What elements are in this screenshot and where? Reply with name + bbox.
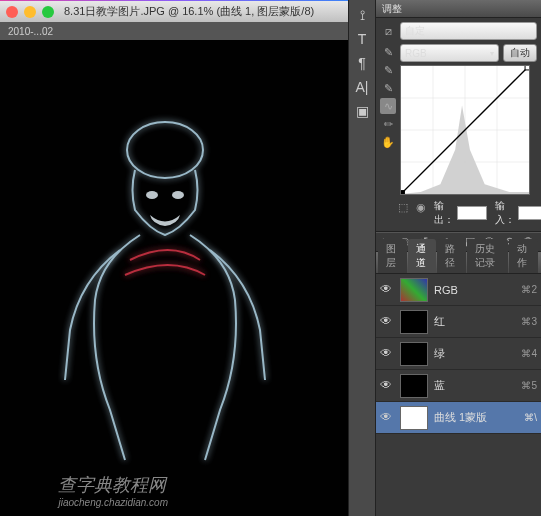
eyedropper-icon[interactable]: ✎ (380, 44, 396, 60)
visibility-eye-icon[interactable]: 👁 (380, 282, 396, 298)
channel-name: RGB (434, 284, 517, 296)
visibility-eye-icon[interactable]: 👁 (380, 378, 396, 394)
channel-row[interactable]: 👁 RGB ⌘2 (376, 274, 541, 306)
output-label: 输出： (434, 199, 454, 227)
watermark: 查字典教程网 jiaocheng.chazidian.com (58, 473, 168, 508)
eyedropper-minus-icon[interactable]: ✎ (380, 80, 396, 96)
photo-content: 查字典教程网 jiaocheng.chazidian.com (0, 40, 348, 516)
measure-icon[interactable]: ⟟ (351, 4, 373, 26)
svg-rect-10 (401, 190, 405, 194)
channel-thumbnail (400, 278, 428, 302)
channel-shortcut: ⌘\ (524, 412, 537, 423)
svg-point-2 (172, 191, 184, 199)
channel-row[interactable]: 👁 红 ⌘3 (376, 306, 541, 338)
channel-name: 绿 (434, 346, 517, 361)
channel-thumbnail (400, 374, 428, 398)
curves-icon: ⧄ (380, 23, 396, 39)
channel-name: 蓝 (434, 378, 517, 393)
channel-name: 红 (434, 314, 517, 329)
svg-rect-11 (525, 66, 529, 70)
window-title: 8.31日教学图片.JPG @ 16.1% (曲线 1, 图层蒙版/8) (64, 4, 314, 19)
align-icon[interactable]: A| (351, 76, 373, 98)
tab-图层[interactable]: 图层 (378, 239, 407, 273)
tab-通道[interactable]: 通道 (408, 239, 437, 273)
channel-list: 👁 RGB ⌘2👁 红 ⌘3👁 绿 ⌘4👁 蓝 ⌘5👁 曲线 1蒙版 ⌘\ (376, 274, 541, 516)
maximize-icon[interactable] (42, 6, 54, 18)
input-field[interactable] (518, 206, 541, 220)
type-vertical-icon[interactable]: T (351, 28, 373, 50)
channel-row[interactable]: 👁 绿 ⌘4 (376, 338, 541, 370)
channel-name: 曲线 1蒙版 (434, 410, 520, 425)
close-icon[interactable] (6, 6, 18, 18)
vertical-toolbar: ⟟ T ¶ A| ▣ (348, 0, 376, 516)
channel-row[interactable]: 👁 蓝 ⌘5 (376, 370, 541, 402)
tab-历史记录[interactable]: 历史记录 (467, 239, 508, 273)
channels-panel: 图层通道路径历史记录动作 👁 RGB ⌘2👁 红 ⌘3👁 绿 ⌘4👁 蓝 ⌘5👁… (376, 252, 541, 516)
visibility-eye-icon[interactable]: 👁 (380, 410, 396, 426)
channel-shortcut: ⌘5 (521, 380, 537, 391)
curve-pencil-icon[interactable]: ✏ (380, 116, 396, 132)
minimize-icon[interactable] (24, 6, 36, 18)
curves-preset-select[interactable]: 自定 (400, 22, 537, 40)
channel-shortcut: ⌘2 (521, 284, 537, 295)
channel-shortcut: ⌘3 (521, 316, 537, 327)
panel-tabs: 图层通道路径历史记录动作 (376, 252, 541, 274)
eyedropper-plus-icon[interactable]: ✎ (380, 62, 396, 78)
bucket-icon[interactable]: ▣ (351, 100, 373, 122)
curve-graph[interactable] (400, 65, 530, 195)
clip-icon[interactable]: ⬚ (398, 199, 408, 215)
canvas[interactable]: 查字典教程网 jiaocheng.chazidian.com (0, 40, 348, 516)
channel-select[interactable]: RGB▾ (400, 44, 499, 62)
channel-thumbnail (400, 310, 428, 334)
channel-thumbnail (400, 406, 428, 430)
document-tab[interactable]: 2010-...02 (8, 26, 53, 37)
output-field[interactable] (457, 206, 487, 220)
curves-panel: ⧄ 自定 ✎ ✎ ✎ ∿ ✏ ✋ RGB▾ (376, 18, 541, 232)
svg-point-1 (146, 191, 158, 199)
adjustments-panel-header: 调整 (376, 0, 541, 18)
channel-shortcut: ⌘4 (521, 348, 537, 359)
window-title-bar: 8.31日教学图片.JPG @ 16.1% (曲线 1, 图层蒙版/8) (0, 0, 348, 22)
auto-button[interactable]: 自动 (503, 44, 537, 62)
svg-point-0 (127, 122, 203, 178)
tab-路径[interactable]: 路径 (437, 239, 466, 273)
document-tab-strip: 2010-...02 (0, 22, 348, 40)
visibility-eye-icon[interactable]: 👁 (380, 314, 396, 330)
input-label: 输入： (495, 199, 515, 227)
hand-icon[interactable]: ✋ (380, 134, 396, 150)
channel-row[interactable]: 👁 曲线 1蒙版 ⌘\ (376, 402, 541, 434)
tab-动作[interactable]: 动作 (509, 239, 538, 273)
target-icon[interactable]: ◉ (416, 199, 426, 215)
paragraph-icon[interactable]: ¶ (351, 52, 373, 74)
channel-thumbnail (400, 342, 428, 366)
curve-point-icon[interactable]: ∿ (380, 98, 396, 114)
visibility-eye-icon[interactable]: 👁 (380, 346, 396, 362)
